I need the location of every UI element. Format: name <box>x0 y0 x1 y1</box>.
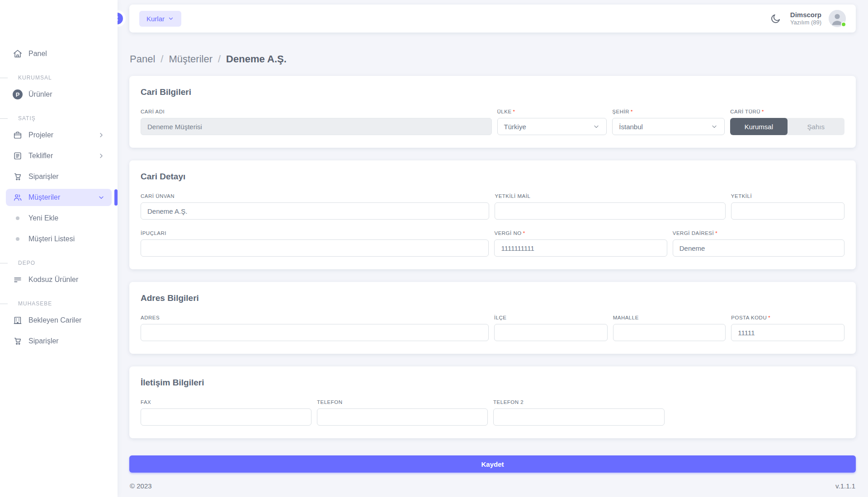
topbar-right: Dimscorp Yazılım (89) <box>768 10 846 27</box>
field-cari-adi: CARİ ADI <box>141 109 492 135</box>
field-empty-spacer <box>670 399 844 426</box>
field-label: CARİ ÜNVAN <box>141 193 489 199</box>
sidebar-item-label: Müşteriler <box>28 193 60 202</box>
sidebar-section-muhasebe: MUHASEBE <box>0 300 118 307</box>
posta-kodu-input[interactable] <box>731 324 844 341</box>
text-lines-icon <box>13 275 23 285</box>
toggle-kurumsal[interactable]: Kurumsal <box>730 118 787 135</box>
sidebar-item-siparisler-muhasebe[interactable]: Siparişler <box>6 333 112 350</box>
sidebar-item-label: Teklifler <box>28 152 53 160</box>
sidebar-item-siparisler[interactable]: Siparişler <box>6 168 112 185</box>
sidebar-item-panel[interactable]: Panel <box>6 45 112 62</box>
field-adres: ADRES <box>141 315 489 341</box>
moon-icon <box>770 13 781 24</box>
sidebar-item-kodsuz-urunler[interactable]: Kodsuz Ürünler <box>6 271 112 288</box>
breadcrumb-panel[interactable]: Panel <box>130 53 155 65</box>
home-icon <box>13 49 23 59</box>
field-label: ŞEHİR* <box>612 109 725 114</box>
field-label: İPUÇLARI <box>141 230 489 236</box>
card-adres-bilgileri: Adres Bilgileri ADRES İLÇE MAHALLE POSTA… <box>129 282 856 354</box>
building-icon <box>13 315 23 325</box>
fax-input[interactable] <box>141 408 311 426</box>
chevron-down-icon <box>168 15 174 22</box>
bullet-dot-icon <box>16 216 19 220</box>
active-indicator <box>114 189 118 206</box>
cari-adi-input[interactable] <box>141 118 492 135</box>
chevron-down-icon <box>711 123 718 130</box>
field-label: FAX <box>141 399 311 405</box>
city-select[interactable]: İstanbul <box>612 118 725 135</box>
country-select[interactable]: Türkiye <box>497 118 607 135</box>
sidebar-item-label: Ürünler <box>28 90 52 98</box>
field-label-text: ŞEHİR <box>612 109 629 114</box>
vergi-no-input[interactable] <box>494 239 667 257</box>
field-label-text: İPUÇLARI <box>141 230 166 236</box>
sidebar-item-projeler[interactable]: Projeler <box>6 127 112 144</box>
field-ipuclari: İPUÇLARI <box>141 230 489 257</box>
sidebar-item-label: Müşteri Listesi <box>28 235 75 243</box>
kurlar-label: Kurlar <box>146 15 165 23</box>
yetkili-input[interactable] <box>731 202 844 220</box>
field-label-text: POSTA KODU <box>731 315 767 320</box>
save-button[interactable]: Kaydet <box>129 455 856 473</box>
mahalle-input[interactable] <box>613 324 726 341</box>
field-label-text: FAX <box>141 399 151 405</box>
yetkili-mail-input[interactable] <box>495 202 725 220</box>
field-cari-unvan: CARİ ÜNVAN <box>141 193 489 220</box>
sidebar-item-label: Projeler <box>28 131 53 139</box>
adres-input[interactable] <box>141 324 489 341</box>
sidebar-item-label: Siparişler <box>28 173 59 181</box>
kurlar-dropdown-button[interactable]: Kurlar <box>139 11 181 27</box>
sidebar-section-kurumsal: KURUMSAL <box>0 74 118 81</box>
avatar[interactable] <box>829 10 846 27</box>
city-select-value: İstanbul <box>619 123 643 131</box>
sidebar-item-label: Kodsuz Ürünler <box>28 276 78 284</box>
sidebar-item-musteriler[interactable]: Müşteriler <box>6 189 112 206</box>
vergi-dairesi-input[interactable] <box>673 239 844 257</box>
field-cari-turu: CARİ TÜRÜ* Kurumsal Şahıs <box>730 109 844 135</box>
field-label-text: ÜLKE <box>497 109 512 114</box>
field-sehir: ŞEHİR* İstanbul <box>612 109 725 135</box>
required-asterisk: * <box>631 109 633 114</box>
field-label-text: TELEFON 2 <box>493 399 524 405</box>
field-fax: FAX <box>141 399 311 426</box>
sidebar-item-label: Bekleyen Cariler <box>28 316 81 324</box>
telefon-2-input[interactable] <box>493 408 665 426</box>
dark-mode-toggle[interactable] <box>768 11 783 26</box>
cart-icon <box>13 336 23 346</box>
required-asterisk: * <box>762 109 764 114</box>
sidebar-item-bekleyen-cariler[interactable]: Bekleyen Cariler <box>6 312 112 329</box>
chevron-right-icon <box>98 152 105 159</box>
field-yetkili: YETKİLİ <box>731 193 844 220</box>
field-label: POSTA KODU* <box>731 315 844 320</box>
field-ilce: İLÇE <box>494 315 608 341</box>
breadcrumb-separator: / <box>218 53 221 65</box>
sidebar-item-urunler[interactable]: P Ürünler <box>6 86 112 103</box>
ipuclari-input[interactable] <box>141 239 489 257</box>
country-select-value: Türkiye <box>504 123 526 131</box>
field-posta-kodu: POSTA KODU* <box>731 315 844 341</box>
sidebar-section-depo: DEPO <box>0 259 118 267</box>
field-label-text: TELEFON <box>317 399 343 405</box>
field-label: YETKİLİ MAİL <box>495 193 725 199</box>
card-title: Cari Bilgileri <box>141 87 844 97</box>
telefon-input[interactable] <box>317 408 488 426</box>
users-icon <box>13 192 23 202</box>
field-label-text: VERGİ NO <box>494 230 521 236</box>
briefcase-icon <box>13 130 23 140</box>
ilce-input[interactable] <box>494 324 608 341</box>
toggle-sahis[interactable]: Şahıs <box>788 118 844 135</box>
field-label-text: ADRES <box>141 315 160 320</box>
cari-unvan-input[interactable] <box>141 202 489 220</box>
breadcrumb: Panel / Müşteriler / Deneme A.Ş. <box>130 53 855 65</box>
field-label-text: MAHALLE <box>613 315 639 320</box>
sidebar-item-teklifler[interactable]: Teklifler <box>6 147 112 164</box>
breadcrumb-musteriler[interactable]: Müşteriler <box>169 53 212 65</box>
field-yetkili-mail: YETKİLİ MAİL <box>495 193 725 220</box>
field-label-text: İLÇE <box>494 315 507 320</box>
sidebar-item-musteri-listesi[interactable]: Müşteri Listesi <box>6 230 112 248</box>
card-title: İletişim Bilgileri <box>141 378 844 388</box>
field-label: CARİ TÜRÜ* <box>730 109 844 114</box>
sidebar-item-yeni-ekle[interactable]: Yeni Ekle <box>6 210 112 227</box>
field-label: VERGİ DAİRESİ* <box>673 230 844 236</box>
